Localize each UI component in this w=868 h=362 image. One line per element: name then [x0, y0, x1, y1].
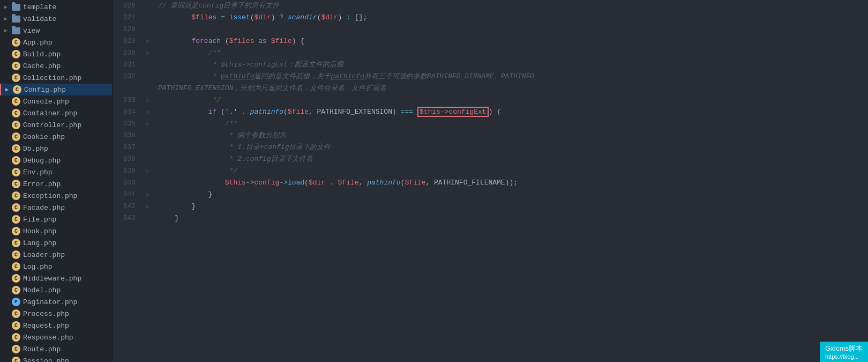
- code-line-330: 330 ◇ /**: [113, 47, 868, 59]
- php-icon: C: [12, 180, 20, 188]
- php-icon: C: [12, 215, 20, 224]
- line-number: 343: [113, 212, 142, 224]
- line-content: */: [153, 165, 868, 177]
- line-number: 336: [113, 130, 142, 142]
- no-arrow: [4, 193, 12, 199]
- sidebar-item-label: validate: [23, 15, 56, 23]
- sidebar-item-response[interactable]: C Response.php: [0, 331, 112, 343]
- no-arrow: [4, 311, 12, 317]
- sidebar-item-label: Paginator.php: [23, 298, 77, 306]
- sidebar-item-hook[interactable]: C Hook.php: [0, 225, 112, 237]
- no-arrow: [4, 75, 12, 81]
- php-icon: C: [12, 191, 20, 200]
- sidebar-item-template[interactable]: ▶ template: [0, 1, 112, 13]
- php-icon: C: [12, 321, 20, 330]
- php-icon: C: [12, 239, 20, 247]
- expand-arrow: ▶: [5, 86, 13, 93]
- line-number: 335: [113, 118, 142, 130]
- sidebar-item-error[interactable]: C Error.php: [0, 178, 112, 190]
- line-gutter: [142, 59, 153, 71]
- sidebar-item-label: template: [23, 3, 56, 11]
- sidebar-item-label: Controller.php: [23, 121, 81, 129]
- php-icon: C: [12, 250, 20, 259]
- php-icon: C: [12, 345, 20, 353]
- sidebar-item-request[interactable]: C Request.php: [0, 320, 112, 331]
- sidebar-item-label: Facade.php: [23, 204, 65, 212]
- sidebar-item-file[interactable]: C File.php: [0, 213, 112, 225]
- line-content: $this->config->load($dir . $file, pathin…: [153, 177, 868, 189]
- line-gutter: [142, 142, 153, 153]
- folder-icon: [12, 16, 20, 23]
- line-number: 334: [113, 106, 142, 118]
- sidebar-item-exception[interactable]: C Exception.php: [0, 190, 112, 202]
- code-line-333: 333 ◇ */: [113, 94, 868, 106]
- sidebar-item-lang[interactable]: C Lang.php: [0, 237, 112, 249]
- line-number: 331: [113, 59, 142, 71]
- watermark-line2: https://blog...: [825, 353, 863, 360]
- sidebar-item-console[interactable]: C Console.php: [0, 95, 112, 107]
- sidebar-item-label: Route.php: [23, 345, 61, 353]
- code-line-342: 342 ◇ }: [113, 201, 868, 212]
- sidebar-item-log[interactable]: C Log.php: [0, 261, 112, 272]
- sidebar-item-label: Debug.php: [23, 157, 61, 165]
- no-arrow: [4, 51, 12, 57]
- sidebar-item-label: Response.php: [23, 334, 73, 342]
- code-editor: 326 // 返回就是config目录下的所有文件 327 $files = i…: [113, 0, 868, 362]
- sidebar-item-db[interactable]: C Db.php: [0, 143, 112, 154]
- sidebar-item-label: Cache.php: [23, 62, 61, 70]
- sidebar-item-controller[interactable]: C Controller.php: [0, 119, 112, 131]
- no-arrow: [4, 146, 12, 152]
- sidebar-item-loader[interactable]: C Loader.php: [0, 249, 112, 261]
- no-arrow: [4, 228, 12, 234]
- line-number: 328: [113, 24, 142, 35]
- no-arrow: [4, 335, 12, 341]
- line-content: * 1.目录+config目录下的文件: [153, 142, 868, 153]
- line-number: 339: [113, 165, 142, 177]
- line-content: }: [153, 189, 868, 201]
- line-number: 329: [113, 35, 142, 47]
- sidebar-item-validate[interactable]: ▶ validate: [0, 13, 112, 25]
- sidebar-item-label: Env.php: [23, 168, 53, 176]
- php-icon: C: [12, 97, 20, 106]
- sidebar-item-build[interactable]: C Build.php: [0, 48, 112, 60]
- line-number: 341: [113, 189, 142, 201]
- line-content: [153, 24, 868, 35]
- line-gutter: [142, 24, 153, 35]
- code-line-334: 334 ◇ if ('.' . pathinfo($file, PATHINFO…: [113, 106, 868, 118]
- no-arrow: [4, 63, 12, 69]
- sidebar-item-facade[interactable]: C Facade.php: [0, 202, 112, 213]
- no-arrow: [4, 217, 12, 223]
- sidebar-item-label: Container.php: [23, 109, 77, 117]
- sidebar-item-container[interactable]: C Container.php: [0, 107, 112, 119]
- file-tree[interactable]: ▶ template ▶ validate ▶ view C App.php C…: [0, 0, 113, 362]
- sidebar-item-app[interactable]: C App.php: [0, 36, 112, 48]
- sidebar-item-config[interactable]: ▶ C Config.php: [0, 84, 112, 95]
- line-content: }: [153, 201, 868, 212]
- line-gutter: ◇: [142, 35, 153, 47]
- code-line-329: 329 ◇ foreach ($files as $file) {: [113, 35, 868, 47]
- sidebar-item-label: Exception.php: [23, 192, 77, 200]
- line-number: 333: [113, 94, 142, 106]
- sidebar-item-session[interactable]: C Session.php: [0, 355, 112, 362]
- sidebar-item-cache[interactable]: C Cache.php: [0, 60, 112, 72]
- sidebar-item-process[interactable]: C Process.php: [0, 308, 112, 320]
- sidebar-item-label: Request.php: [23, 322, 69, 330]
- sidebar-item-label: Db.php: [23, 145, 48, 153]
- sidebar-item-env[interactable]: C Env.php: [0, 166, 112, 178]
- sidebar-item-label: Process.php: [23, 310, 69, 318]
- expand-arrow: ▶: [4, 16, 12, 22]
- code-line-326: 326 // 返回就是config目录下的所有文件: [113, 0, 868, 12]
- line-content: * 俩个参数分别为: [153, 130, 868, 142]
- line-gutter: [142, 177, 153, 189]
- sidebar-item-model[interactable]: C Model.php: [0, 284, 112, 296]
- no-arrow: [4, 169, 12, 175]
- sidebar-item-paginator[interactable]: P Paginator.php: [0, 296, 112, 308]
- sidebar-item-middleware[interactable]: C Middleware.php: [0, 272, 112, 284]
- line-number: 340: [113, 177, 142, 189]
- sidebar-item-collection[interactable]: C Collection.php: [0, 72, 112, 84]
- sidebar-item-route[interactable]: C Route.php: [0, 343, 112, 355]
- sidebar-item-cookie[interactable]: C Cookie.php: [0, 131, 112, 143]
- line-gutter: ◇: [142, 106, 153, 118]
- sidebar-item-view[interactable]: ▶ view: [0, 25, 112, 36]
- sidebar-item-debug[interactable]: C Debug.php: [0, 154, 112, 166]
